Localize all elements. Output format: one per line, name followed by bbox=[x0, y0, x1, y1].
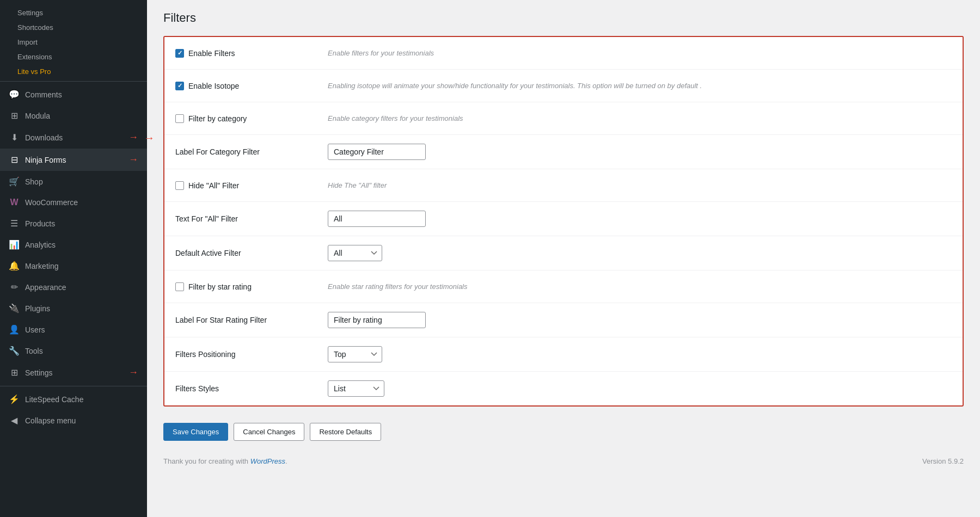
sidebar-item-settings[interactable]: ⊞ Settings → bbox=[0, 361, 147, 384]
sidebar-label-shop: Shop bbox=[25, 177, 43, 186]
marketing-icon: 🔔 bbox=[9, 261, 20, 271]
text-default-active-filter: Default Active Filter bbox=[175, 249, 241, 257]
row-filters-styles: Filters Styles List Buttons Dropdown bbox=[164, 372, 963, 405]
sidebar-item-collapse[interactable]: ◀ Collapse menu bbox=[0, 410, 147, 431]
comments-icon: 💬 bbox=[9, 89, 20, 100]
sidebar-item-import[interactable]: Import bbox=[0, 35, 147, 50]
sidebar-label-plugins: Plugins bbox=[25, 304, 50, 313]
text-enable-isotope: Enable Isotope bbox=[188, 82, 239, 90]
settings-panel: Enable Filters Enable filters for your t… bbox=[163, 36, 964, 407]
products-icon: ☰ bbox=[9, 218, 20, 229]
sidebar-item-woocommerce[interactable]: W WooCommerce bbox=[0, 192, 147, 213]
label-enable-filters: Enable Filters bbox=[175, 49, 328, 58]
footer-static-text: Thank you for creating with bbox=[163, 457, 250, 465]
text-filter-by-star-rating: Filter by star rating bbox=[188, 282, 252, 291]
ninja-forms-icon: ⊟ bbox=[9, 155, 20, 165]
save-changes-button[interactable]: Save Changes bbox=[163, 423, 228, 441]
sidebar-item-marketing[interactable]: 🔔 Marketing bbox=[0, 255, 147, 276]
tools-icon: 🔧 bbox=[9, 346, 20, 356]
sidebar-label-products: Products bbox=[25, 219, 55, 228]
restore-defaults-button[interactable]: Restore Defaults bbox=[310, 423, 381, 441]
analytics-icon: 📊 bbox=[9, 239, 20, 250]
sidebar-item-shortcodes[interactable]: Shortcodes bbox=[0, 20, 147, 35]
desc-enable-isotope: Enabling isotope will animate your show/… bbox=[328, 82, 702, 90]
sidebar-item-comments[interactable]: 💬 Comments bbox=[0, 84, 147, 105]
sidebar-item-ninja-forms[interactable]: ⊟ Ninja Forms → bbox=[0, 149, 147, 171]
page-title: Filters bbox=[163, 11, 964, 25]
text-filter-by-category: Filter by category bbox=[188, 114, 247, 123]
row-default-active-filter: Default Active Filter All bbox=[164, 236, 963, 270]
label-hide-all-filter: Hide "All" Filter bbox=[175, 181, 328, 190]
row-filter-by-star-rating: Filter by star rating Enable star rating… bbox=[164, 270, 963, 303]
cancel-changes-button[interactable]: Cancel Changes bbox=[234, 423, 304, 441]
footer-period: . bbox=[285, 457, 287, 465]
label-text-all-filter: Text For "All" Filter bbox=[175, 214, 328, 223]
sidebar-item-lite-vs-pro[interactable]: Lite vs Pro bbox=[0, 64, 147, 79]
wordpress-link[interactable]: WordPress bbox=[250, 457, 285, 465]
label-label-category-filter: Label For Category Filter bbox=[175, 147, 328, 156]
sidebar-item-tools[interactable]: 🔧 Tools bbox=[0, 340, 147, 361]
sidebar-top-items: Settings Shortcodes Import Extensions Li… bbox=[0, 5, 147, 79]
text-enable-filters: Enable Filters bbox=[188, 49, 235, 58]
sidebar-label-modula: Modula bbox=[25, 112, 50, 120]
label-filters-positioning: Filters Positioning bbox=[175, 350, 328, 359]
row-filter-by-category: Filter by category Enable category filte… bbox=[164, 102, 963, 135]
checkbox-enable-isotope[interactable] bbox=[175, 82, 184, 90]
plugins-icon: 🔌 bbox=[9, 303, 20, 313]
text-label-category-filter: Label For Category Filter bbox=[175, 147, 260, 156]
desc-enable-filters: Enable filters for your testimonials bbox=[328, 49, 434, 57]
appearance-icon: ✏ bbox=[9, 282, 20, 292]
users-icon: 👤 bbox=[9, 324, 20, 335]
sidebar-item-downloads[interactable]: ⬇ Downloads → bbox=[0, 126, 147, 149]
sidebar-label-comments: Comments bbox=[25, 90, 62, 99]
sidebar-item-appearance[interactable]: ✏ Appearance bbox=[0, 276, 147, 298]
checkbox-filter-by-category[interactable] bbox=[175, 114, 184, 123]
ninja-forms-arrow-icon: → bbox=[128, 154, 138, 165]
checkbox-filter-by-star-rating[interactable] bbox=[175, 282, 184, 291]
row-label-star-rating-filter: Label For Star Rating Filter bbox=[164, 303, 963, 337]
label-label-star-rating-filter: Label For Star Rating Filter bbox=[175, 316, 328, 324]
sidebar-item-shop[interactable]: 🛒 Shop bbox=[0, 171, 147, 192]
downloads-icon: ⬇ bbox=[9, 132, 20, 143]
select-filters-styles[interactable]: List Buttons Dropdown bbox=[328, 380, 384, 397]
main-content: Filters Enable Filters Enable filters fo… bbox=[147, 0, 980, 517]
sidebar: Settings Shortcodes Import Extensions Li… bbox=[0, 0, 147, 517]
label-filter-by-star-rating: Filter by star rating bbox=[175, 282, 328, 291]
row-filters-positioning: Filters Positioning Top Bottom bbox=[164, 337, 963, 372]
sidebar-label-marketing: Marketing bbox=[25, 262, 58, 270]
checkbox-enable-filters[interactable] bbox=[175, 49, 184, 58]
input-star-rating-filter[interactable] bbox=[328, 312, 426, 328]
sidebar-divider-2 bbox=[0, 386, 147, 386]
select-default-active-filter[interactable]: All bbox=[328, 245, 382, 261]
sidebar-label-collapse: Collapse menu bbox=[25, 416, 76, 425]
checkbox-hide-all-filter[interactable] bbox=[175, 181, 184, 190]
settings-icon: ⊞ bbox=[9, 367, 20, 378]
sidebar-item-litespeed[interactable]: ⚡ LiteSpeed Cache bbox=[0, 389, 147, 410]
row-text-all-filter: Text For "All" Filter bbox=[164, 202, 963, 236]
litespeed-icon: ⚡ bbox=[9, 394, 20, 404]
input-text-all-filter[interactable] bbox=[328, 211, 426, 227]
row-enable-filters: Enable Filters Enable filters for your t… bbox=[164, 37, 963, 70]
text-hide-all-filter: Hide "All" Filter bbox=[188, 181, 239, 190]
select-filters-positioning[interactable]: Top Bottom bbox=[328, 346, 382, 362]
input-category-filter[interactable] bbox=[328, 144, 426, 160]
label-filters-styles: Filters Styles bbox=[175, 384, 328, 393]
sidebar-item-users[interactable]: 👤 Users bbox=[0, 319, 147, 340]
footer-text: Thank you for creating with WordPress. bbox=[163, 457, 287, 465]
sidebar-label-tools: Tools bbox=[25, 347, 43, 355]
sidebar-item-extensions[interactable]: Extensions bbox=[0, 50, 147, 64]
sidebar-item-analytics[interactable]: 📊 Analytics bbox=[0, 234, 147, 255]
sidebar-label-analytics: Analytics bbox=[25, 241, 56, 249]
row-hide-all-filter: Hide "All" Filter Hide The "All" filter bbox=[164, 169, 963, 202]
sidebar-item-products[interactable]: ☰ Products bbox=[0, 213, 147, 234]
sidebar-item-modula[interactable]: ⊞ Modula bbox=[0, 105, 147, 126]
modula-icon: ⊞ bbox=[9, 110, 20, 121]
collapse-icon: ◀ bbox=[9, 415, 20, 426]
sidebar-item-plugins[interactable]: 🔌 Plugins bbox=[0, 298, 147, 319]
label-enable-isotope: Enable Isotope bbox=[175, 82, 328, 90]
sidebar-divider-1 bbox=[0, 81, 147, 82]
downloads-arrow-icon: → bbox=[128, 132, 138, 143]
sidebar-item-settings-top[interactable]: Settings bbox=[0, 5, 147, 20]
sidebar-label-appearance: Appearance bbox=[25, 283, 66, 292]
footer: Thank you for creating with WordPress. V… bbox=[163, 446, 964, 471]
